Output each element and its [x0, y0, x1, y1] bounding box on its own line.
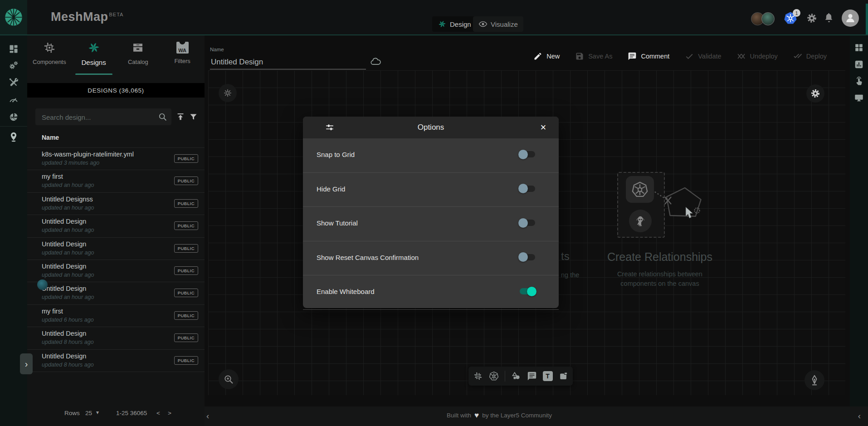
tab-catalog-label: Catalog [116, 59, 161, 65]
new-button[interactable]: New [533, 52, 560, 61]
tab-designs[interactable]: Designs [72, 35, 116, 83]
design-visibility-badge: PUBLIC [174, 199, 198, 208]
page-next-button[interactable]: > [168, 410, 171, 416]
footer-credit: Built with ♥ by the Layer5 Community [447, 412, 552, 419]
collapse-right-chevron[interactable]: ‹ [858, 411, 861, 421]
cloud-save-status-icon [370, 56, 381, 68]
dashboard-icon[interactable] [8, 44, 19, 54]
meshmap-pin-icon[interactable] [8, 132, 19, 142]
settings-gear-icon[interactable] [806, 12, 818, 24]
dock-text-tool[interactable]: T [543, 371, 553, 381]
mode-tab-visualize-label: Visualize [491, 20, 518, 28]
design-visibility-badge: PUBLIC [174, 266, 198, 275]
option-row: Snap to Grid [303, 138, 559, 173]
search-box [35, 108, 171, 125]
option-toggle[interactable] [520, 254, 535, 260]
visualize-eye-icon [478, 20, 488, 29]
tab-catalog[interactable]: Catalog [116, 35, 161, 83]
design-name: Untitled Designss [42, 196, 93, 203]
canvas-dock-toolbar: T [468, 367, 573, 386]
design-list-item[interactable]: Untitled Design updated an hour ago PUBL… [27, 215, 205, 237]
design-name-input[interactable] [210, 55, 366, 69]
mode-tab-design[interactable]: Design [432, 16, 477, 32]
options-modal-title: Options [303, 123, 559, 132]
whiteboard-pen-button[interactable] [805, 370, 824, 390]
lifecycle-gears-icon[interactable] [8, 60, 19, 71]
tab-components-label: Components [27, 59, 72, 65]
dock-shapes-icon[interactable] [511, 371, 521, 381]
search-input[interactable] [41, 108, 156, 126]
import-design-icon[interactable] [176, 112, 185, 122]
configuration-tools-icon[interactable] [8, 77, 19, 88]
page-prev-button[interactable]: < [156, 410, 160, 416]
extensions-pie-icon[interactable] [8, 112, 19, 122]
hint-meshery-node [629, 210, 652, 232]
toggle-knob [518, 252, 528, 262]
collapse-left-chevron[interactable]: ‹ [206, 411, 209, 421]
context-count-badge: 1 [793, 9, 800, 17]
tab-filters[interactable]: WA Filters [160, 35, 205, 83]
deploy-button-label: Deploy [806, 53, 827, 60]
dock-comment-icon[interactable] [527, 371, 537, 381]
canvas-options-button[interactable] [806, 84, 824, 103]
design-list-item[interactable]: Untitled Design updated an hour ago PUBL… [27, 282, 205, 304]
analytics-chart-icon[interactable] [854, 59, 864, 69]
dock-components-icon[interactable] [473, 371, 483, 381]
design-list-item[interactable]: my first updated 6 hours ago PUBLIC [27, 305, 205, 327]
design-list-item[interactable]: Untitled Design updated 8 hours ago PUBL… [27, 327, 205, 349]
snowflake-button[interactable] [219, 84, 237, 102]
design-list-item[interactable]: Untitled Design updated an hour ago PUBL… [27, 260, 205, 282]
tab-filters-label: Filters [160, 58, 205, 64]
design-updated-time: updated an hour ago [42, 250, 94, 256]
filter-funnel-icon[interactable] [189, 112, 198, 122]
design-toolbar: New Save As Comment Validate Undeploy De… [533, 47, 827, 65]
toggle-knob [518, 184, 528, 193]
option-toggle[interactable] [520, 151, 535, 157]
design-visibility-badge: PUBLIC [174, 154, 198, 163]
option-row: Enable Whiteboard [303, 275, 559, 310]
option-toggle[interactable] [520, 186, 535, 192]
user-avatar[interactable] [842, 10, 859, 27]
deploy-button[interactable]: Deploy [793, 52, 827, 61]
validate-button[interactable]: Validate [685, 52, 721, 61]
hint-pentagon-shape [661, 185, 707, 227]
mode-tab-visualize[interactable]: Visualize [473, 16, 523, 32]
option-toggle[interactable] [520, 220, 535, 226]
design-list-item[interactable]: k8s-wasm-plugin-ratelimiter.yml updated … [27, 148, 205, 170]
design-visibility-badge: PUBLIC [174, 221, 198, 230]
close-icon[interactable]: × [537, 121, 550, 134]
notifications-bell-icon[interactable] [824, 12, 834, 23]
design-updated-time: updated 6 hours ago [42, 317, 94, 323]
tab-components[interactable]: Components [27, 35, 72, 83]
display-monitor-icon[interactable] [854, 93, 864, 103]
header: MeshMapBETA Design Visualize 1 [0, 0, 868, 35]
components-grid-icon[interactable] [854, 43, 864, 53]
undeploy-button[interactable]: Undeploy [737, 52, 778, 61]
design-visibility-badge: PUBLIC [174, 244, 198, 253]
options-modal: Options × Snap to Grid Hide Grid [303, 117, 559, 308]
rows-per-page-caret-icon[interactable]: ▾ [96, 409, 99, 416]
column-header-name: Name [42, 134, 59, 141]
beta-tag: BETA [109, 12, 124, 17]
option-toggle[interactable] [520, 288, 535, 294]
touch-actions-icon[interactable] [854, 76, 864, 86]
design-list-item[interactable]: my first updated an hour ago PUBLIC [27, 170, 205, 192]
design-list-item[interactable]: Untitled Design updated 8 hours ago PUBL… [27, 350, 205, 372]
collaborator-avatar-2[interactable] [761, 12, 775, 25]
check-icon [685, 52, 694, 61]
rows-per-page-select[interactable]: 25 [85, 410, 92, 416]
design-list-item[interactable]: Untitled Design updated an hour ago PUBL… [27, 238, 205, 260]
zoom-button[interactable] [219, 369, 239, 389]
wasm-filter-icon: WA [176, 42, 189, 54]
performance-gauge-icon[interactable] [8, 94, 19, 105]
dock-media-icon[interactable] [559, 371, 569, 381]
comment-button[interactable]: Comment [628, 52, 669, 61]
layer5-logo[interactable] [0, 0, 27, 34]
design-list-item[interactable]: Untitled Designss updated an hour ago PU… [27, 193, 205, 215]
hint-title: Create Relationships [603, 250, 717, 264]
save-as-button[interactable]: Save As [575, 52, 612, 61]
dock-kubernetes-icon[interactable] [489, 371, 499, 381]
footer-bar: ‹ Built with ♥ by the Layer5 Community ‹ [205, 406, 868, 426]
squid-icon [633, 214, 648, 228]
panel-expand-chevron[interactable]: › [20, 353, 33, 374]
